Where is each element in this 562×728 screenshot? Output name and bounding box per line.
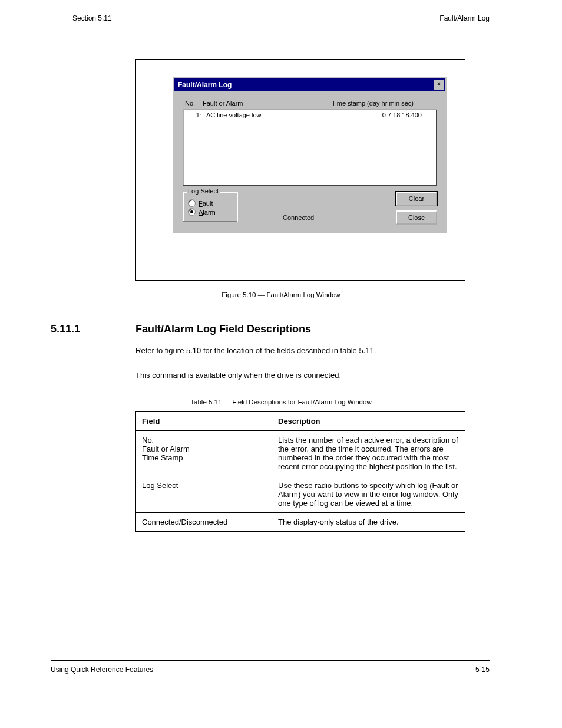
page-footer: Using Quick Reference Features 5-15 bbox=[51, 660, 490, 674]
table-header-description: Description bbox=[272, 412, 465, 431]
table-header-field: Field bbox=[136, 412, 272, 431]
table-caption: Table 5.11 — Field Descriptions for Faul… bbox=[0, 398, 562, 406]
table-cell: No. Fault or Alarm Time Stamp bbox=[136, 431, 272, 476]
log-select-legend: Log Select bbox=[187, 187, 220, 195]
dialog-titlebar: Fault/Alarm Log × bbox=[174, 78, 445, 91]
body-paragraph: This command is available only when the … bbox=[135, 370, 465, 381]
footer-right: 5-15 bbox=[475, 666, 490, 674]
col-name: Fault or Alarm bbox=[203, 100, 332, 107]
page-header-left: Section 5.11 bbox=[72, 14, 112, 22]
table-header-row: Field Description bbox=[136, 412, 465, 431]
log-listbox[interactable]: 1: AC line voltage low 0 7 18 18.400 bbox=[183, 109, 437, 186]
radio-icon bbox=[188, 199, 196, 207]
close-icon[interactable]: × bbox=[434, 80, 444, 90]
table-row: No. Fault or Alarm Time Stamp Lists the … bbox=[136, 431, 465, 476]
table-cell: Lists the number of each active error, a… bbox=[272, 431, 465, 476]
page-header-right: Fault/Alarm Log bbox=[439, 14, 490, 22]
col-no: No. bbox=[185, 100, 203, 107]
entry-no: 1: bbox=[186, 111, 206, 118]
close-button[interactable]: Close bbox=[396, 210, 437, 225]
section-title: Fault/Alarm Log Field Descriptions bbox=[135, 323, 311, 335]
clear-button[interactable]: Clear bbox=[396, 192, 437, 206]
radio-fault[interactable]: Fault bbox=[188, 199, 230, 207]
figure-caption: Figure 5.10 — Fault/Alarm Log Window bbox=[0, 291, 562, 298]
table-row: Connected/Disconnected The display-only … bbox=[136, 513, 465, 532]
table-cell: Log Select bbox=[136, 476, 272, 513]
log-select-group: Log Select Fault Alarm bbox=[183, 192, 238, 222]
list-header-row: No. Fault or Alarm Time stamp (day hr mi… bbox=[183, 100, 437, 109]
connection-status: Connected bbox=[283, 214, 314, 221]
figure-frame: Fault/Alarm Log × No. Fault or Alarm Tim… bbox=[135, 59, 465, 281]
body-paragraph: Refer to figure 5.10 for the location of… bbox=[135, 345, 465, 357]
table-cell: Connected/Disconnected bbox=[136, 513, 272, 532]
radio-alarm[interactable]: Alarm bbox=[188, 208, 230, 216]
fault-alarm-dialog: Fault/Alarm Log × No. Fault or Alarm Tim… bbox=[173, 77, 447, 233]
col-timestamp: Time stamp (day hr min sec) bbox=[332, 100, 435, 107]
entry-timestamp: 0 7 18 18.400 bbox=[339, 111, 434, 118]
table-cell: Use these radio buttons to specify which… bbox=[272, 476, 465, 513]
table-row: Log Select Use these radio buttons to sp… bbox=[136, 476, 465, 513]
entry-name: AC line voltage low bbox=[206, 111, 339, 118]
list-item[interactable]: 1: AC line voltage low 0 7 18 18.400 bbox=[186, 111, 434, 118]
table-cell: The display-only status of the drive. bbox=[272, 513, 465, 532]
radio-icon bbox=[188, 208, 196, 216]
dialog-title: Fault/Alarm Log bbox=[178, 81, 232, 89]
section-number: 5.11.1 bbox=[51, 323, 80, 335]
footer-left: Using Quick Reference Features bbox=[51, 666, 153, 674]
field-descriptions-table: Field Description No. Fault or Alarm Tim… bbox=[135, 411, 465, 532]
